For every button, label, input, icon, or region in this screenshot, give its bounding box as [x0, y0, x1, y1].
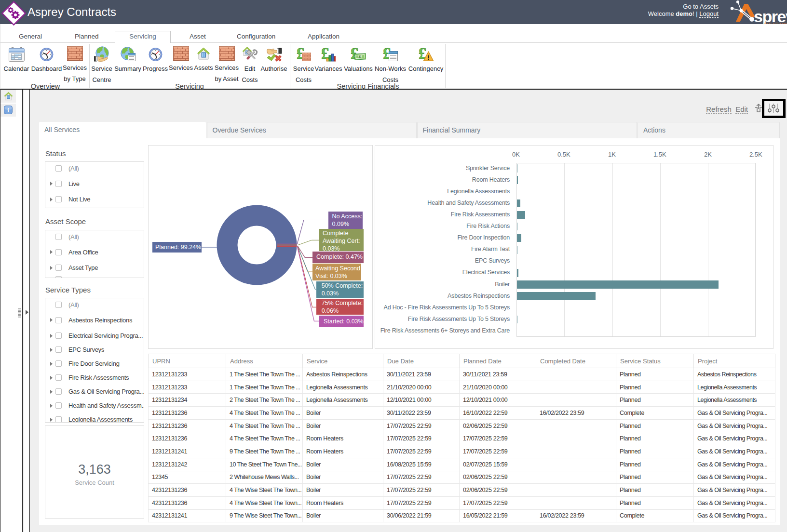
svg-text:i: i: [7, 106, 9, 114]
